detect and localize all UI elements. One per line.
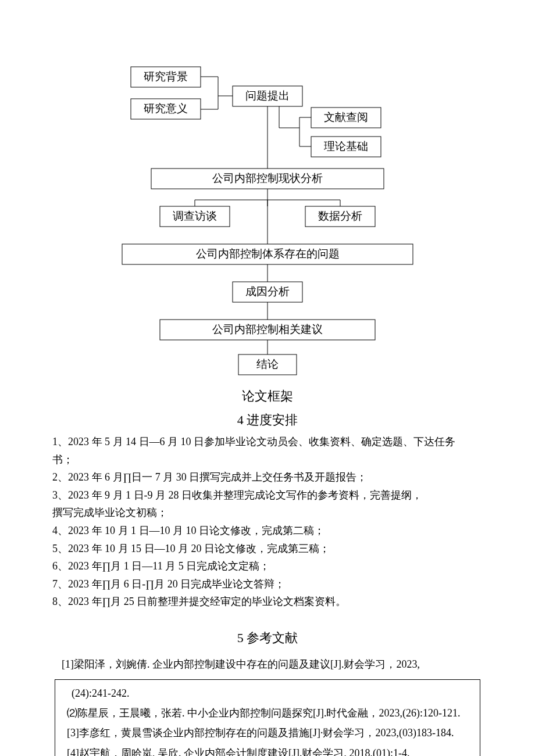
schedule-item: 5、2023 年 10 月 15 日—10 月 20 日论文修改，完成第三稿； xyxy=(52,540,483,558)
reference-item: ⑵陈星辰，王晨曦，张若. 中小企业内部控制问题探究[J].时代金融，2023,(… xyxy=(55,703,480,723)
reference-box: (24):241-242. ⑵陈星辰，王晨曦，张若. 中小企业内部控制问题探究[… xyxy=(55,679,480,756)
schedule-item: 4、2023 年 10 月 1 日—10 月 10 日论文修改，完成第二稿； xyxy=(52,522,483,540)
references-heading: 5 参考文献 xyxy=(52,628,483,647)
reference-item: [4]赵宇航，周哈岚, 吴欣. 企业内部会计制度建设[J].财会学习, 2018… xyxy=(55,743,480,757)
node-research-background-label: 研究背景 xyxy=(144,70,188,83)
schedule-item: 7、2023 年∏月 6 日-∏月 20 日完成毕业论文答辩； xyxy=(52,575,483,593)
node-status-analysis-label: 公司内部控制现状分析 xyxy=(212,172,323,184)
node-cause-analysis-label: 成因分析 xyxy=(245,285,290,298)
schedule-item: 撰写完成毕业论文初稿； xyxy=(52,504,483,522)
schedule-item: 书； xyxy=(52,451,483,469)
schedule-item: 6、2023 年∏月 1 日—11 月 5 日完成论文定稿； xyxy=(52,557,483,575)
node-research-significance-label: 研究意义 xyxy=(144,102,188,114)
reference-item: (24):241-242. xyxy=(55,683,480,703)
reference-item: [1]梁阳泽，刘婉倩. 企业内部控制建设中存在的问题及建议[J].财会学习，20… xyxy=(55,657,483,672)
node-theoretical-basis-label: 理论基础 xyxy=(324,140,368,152)
schedule-item: 8、2023 年∏月 25 日前整理并提交经审定的毕业论文档案资料。 xyxy=(52,593,483,611)
node-existing-problems-label: 公司内部控制体系存在的问题 xyxy=(196,248,340,260)
schedule-item: 1、2023 年 5 月 14 日—6 月 10 日参加毕业论文动员会、收集资料… xyxy=(52,433,483,451)
schedule-item: 2、2023 年 6 月∏日一 7 月 30 日撰写完成并上交任务书及开题报告； xyxy=(52,468,483,486)
node-problem-proposal-label: 问题提出 xyxy=(245,89,290,102)
flowchart-svg: 研究背景 研究意义 问题提出 文献查阅 理论基础 公司内部控制现状分析 调查访谈… xyxy=(105,58,430,384)
reference-item: [3]李彦红，黄晨雪谈企业内部控制存在的问题及措施[J]·财会学习，2023,(… xyxy=(55,723,480,743)
schedule-heading: 4 进度安排 xyxy=(52,410,483,429)
flowchart-caption: 论文框架 xyxy=(52,386,483,406)
node-suggestions-label: 公司内部控制相关建议 xyxy=(212,323,323,335)
node-data-analysis-label: 数据分析 xyxy=(318,210,362,222)
schedule-list: 1、2023 年 5 月 14 日—6 月 10 日参加毕业论文动员会、收集资料… xyxy=(52,433,483,611)
flowchart: 研究背景 研究意义 问题提出 文献查阅 理论基础 公司内部控制现状分析 调查访谈… xyxy=(105,58,430,384)
node-conclusion-label: 结论 xyxy=(256,358,279,370)
schedule-item: 3、2023 年 9 月 1 日-9 月 28 日收集并整理完成论文写作的参考资… xyxy=(52,486,483,504)
node-literature-review-label: 文献查阅 xyxy=(324,111,368,123)
node-survey-interview-label: 调查访谈 xyxy=(173,210,217,222)
